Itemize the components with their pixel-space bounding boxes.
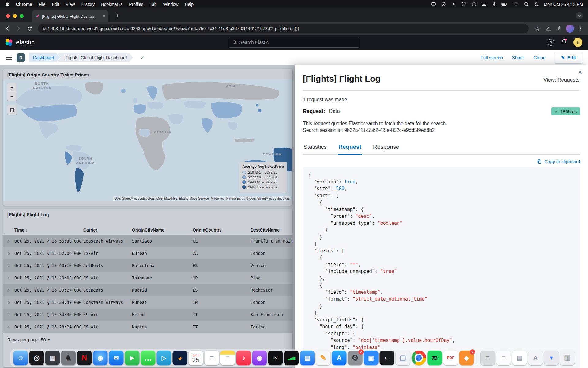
view-requests-selector[interactable]: View: Requests [543, 77, 579, 83]
dock-music[interactable]: ♪ [236, 351, 251, 365]
global-search[interactable] [229, 37, 359, 48]
url-bar[interactable]: bc1-6-8-19.kb.europe-west1.gcp.cloud.es.… [38, 24, 529, 33]
dock-podcasts[interactable]: ◉ [252, 351, 267, 365]
dock-mail[interactable]: ✉ [109, 351, 124, 365]
menu-tab[interactable]: Tab [150, 2, 157, 7]
dock-firefox[interactable]: ◕ [173, 351, 187, 365]
menu-help[interactable]: Help [185, 2, 194, 7]
dock-chess[interactable]: ♞ [61, 351, 76, 365]
dock-pdf[interactable]: PDF [443, 351, 458, 365]
dock-preview-app[interactable]: ▢ [396, 351, 410, 365]
tab-close-icon[interactable]: × [103, 14, 105, 19]
dock-settings[interactable]: ⚙2 [348, 351, 363, 365]
dock-spotify[interactable]: ≋ [428, 351, 442, 365]
play-status-icon[interactable] [451, 2, 456, 7]
dock-document-1[interactable]: ≡ [481, 351, 495, 365]
column-header-carrier[interactable]: Carrier [83, 228, 132, 232]
profile-avatar[interactable] [566, 25, 574, 33]
dock-telegram[interactable]: ▷ [157, 351, 172, 365]
tab-statistics[interactable]: Statistics [303, 140, 327, 154]
edit-button[interactable]: ✎ Edit [555, 52, 582, 64]
expand-row-icon[interactable]: › [3, 263, 14, 268]
menu-window[interactable]: Window [163, 2, 179, 7]
dock-netflix[interactable]: N [77, 351, 92, 365]
column-header-time[interactable]: Time↓ [14, 228, 83, 232]
dock-calendar[interactable]: OCT25 [189, 351, 203, 365]
keyboard-status-icon[interactable] [481, 2, 487, 7]
alert-triangle-icon[interactable] [544, 24, 552, 33]
dock-document-4[interactable]: A [528, 351, 543, 365]
menu-view[interactable]: View [66, 2, 75, 7]
copy-to-clipboard-button[interactable]: Copy to clipboard [537, 159, 580, 164]
battery-icon[interactable] [501, 2, 508, 7]
expand-row-icon[interactable]: › [3, 324, 14, 330]
zoom-window-button[interactable] [20, 14, 24, 18]
info-status-icon[interactable] [471, 2, 477, 7]
apple-logo-icon[interactable] [5, 2, 9, 7]
breadcrumb-dashboard[interactable]: Dashboard [29, 53, 60, 62]
tab-response[interactable]: Response [372, 140, 400, 154]
dock-terminal[interactable]: >_ [380, 351, 394, 365]
zoom-in-button[interactable]: + [7, 83, 17, 92]
dock-trash[interactable]: ▥ [560, 351, 575, 365]
bookmark-star-icon[interactable] [533, 24, 541, 33]
rows-per-page[interactable]: Rows per page: 50 ▾ [3, 337, 292, 342]
dock-stocks[interactable]: ▂▄▆ [284, 351, 299, 365]
browser-menu-icon[interactable] [576, 24, 585, 33]
elastic-logo[interactable]: elastic [5, 38, 35, 46]
dock-chrome[interactable] [412, 351, 426, 365]
nav-action-clone[interactable]: Clone [533, 55, 545, 60]
dock-messages[interactable]: … [141, 351, 156, 365]
reload-button[interactable] [25, 24, 34, 33]
forward-button[interactable] [14, 24, 23, 33]
dock-zoom[interactable]: ▣ [364, 351, 379, 365]
close-icon[interactable]: × [578, 69, 582, 76]
back-button[interactable] [3, 24, 12, 33]
expand-row-icon[interactable]: › [3, 312, 14, 317]
column-header-origincountry[interactable]: OriginCountry [193, 228, 251, 232]
dock-notes[interactable]: ≡ [221, 351, 235, 365]
user-avatar[interactable]: b [573, 38, 582, 47]
close-window-button[interactable] [6, 14, 10, 18]
wifi-icon[interactable] [513, 2, 519, 7]
spotlight-search-icon[interactable] [524, 2, 529, 7]
dock-safari[interactable]: ◉ [93, 351, 108, 365]
record-status-icon[interactable] [441, 2, 446, 7]
dock-downloads[interactable]: ▼ [544, 351, 559, 365]
map-bounds-button[interactable] [7, 105, 17, 115]
help-icon[interactable]: ? [548, 39, 554, 46]
dock-document-3[interactable]: ▤ [512, 351, 527, 365]
world-map[interactable]: NORTH AMERICAASIAAFRICASOUTH AMERICAOCEA… [3, 79, 292, 201]
dock-tv[interactable]: tv [268, 351, 283, 365]
dock-finder[interactable]: ☺ [13, 351, 28, 365]
dock-record-app[interactable]: ◎ [29, 351, 44, 365]
extensions-puzzle-icon[interactable] [555, 24, 564, 33]
search-input[interactable] [239, 40, 356, 45]
tab-search-button[interactable] [576, 12, 583, 19]
menu-file[interactable]: File [39, 2, 46, 7]
dock-puzzle-app[interactable]: ◆2 [459, 351, 474, 365]
menu-bookmarks[interactable]: Bookmarks [101, 2, 123, 7]
dock-reminders[interactable]: ≡ [205, 351, 219, 365]
breadcrumb-current[interactable]: [Flights] Global Flight Dashboard [58, 53, 133, 62]
menu-edit[interactable]: Edit [52, 2, 59, 7]
bluetooth-icon[interactable] [492, 2, 496, 7]
tab-request[interactable]: Request [338, 140, 362, 155]
menu-history[interactable]: History [81, 2, 95, 7]
dock-facetime[interactable]: ▶ [125, 351, 140, 365]
zoom-out-button[interactable]: − [7, 92, 17, 101]
new-tab-button[interactable]: + [113, 12, 121, 20]
space-badge[interactable]: D [17, 53, 25, 62]
menu-chrome[interactable]: Chrome [16, 2, 32, 7]
column-header-destcityname[interactable]: DestCityName [251, 228, 292, 232]
nav-action-share[interactable]: Share [512, 55, 524, 60]
column-header-origincityname[interactable]: OriginCityName [132, 228, 193, 232]
menu-hamburger-icon[interactable] [6, 54, 12, 61]
minimize-window-button[interactable] [13, 14, 17, 18]
browser-tab[interactable]: [Flights] Global Flight Dashbo × [32, 10, 108, 22]
dock-document-2[interactable]: ≡ [496, 351, 511, 365]
menubar-clock[interactable]: Mon Oct 25 4:13 PM [544, 2, 583, 7]
shield-status-icon[interactable] [461, 2, 466, 7]
expand-row-icon[interactable]: › [3, 288, 14, 293]
notifications-bell-icon[interactable] [560, 38, 567, 46]
